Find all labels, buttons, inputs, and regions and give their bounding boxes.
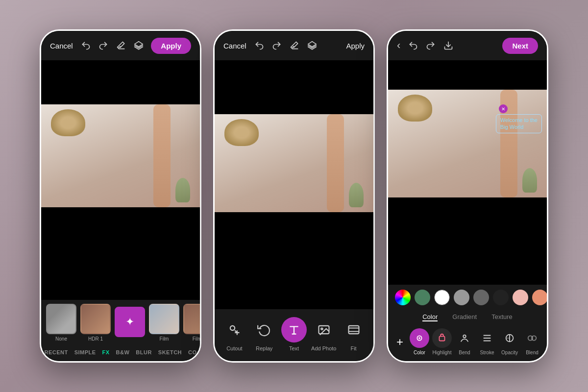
filter-cat-co[interactable]: CO — [185, 348, 200, 356]
add-photo-icon[interactable] — [311, 317, 337, 343]
fx-active-icon: ✦ — [125, 317, 134, 327]
filter-thumb-hdr[interactable]: HDR 1 — [80, 304, 111, 342]
stroke-tool-label: Stroke — [480, 350, 494, 355]
fit-icon[interactable] — [341, 317, 367, 343]
filter-thumb-none-img[interactable] — [46, 304, 76, 334]
phone1-undo-icon[interactable] — [81, 41, 91, 50]
phone1-black-bottom — [41, 207, 200, 300]
color-tool-blend[interactable]: Blend — [522, 328, 542, 355]
photo3-plant — [522, 168, 537, 193]
phone2-redo-icon[interactable] — [272, 41, 282, 50]
phone1-layers-icon[interactable] — [134, 41, 144, 50]
phone2-photo — [215, 114, 373, 212]
opacity-icon[interactable] — [500, 328, 519, 348]
phone2-undo-icon[interactable] — [254, 41, 264, 50]
filter-thumb-hdr-img[interactable] — [80, 304, 111, 334]
swatch-green[interactable] — [415, 290, 430, 305]
phone3-undo-icon[interactable] — [408, 41, 418, 50]
filter-thumb-fx[interactable]: ✦ — [115, 307, 145, 339]
phone3-back-button[interactable]: ‹ — [397, 39, 400, 52]
phone1-cancel-button[interactable]: Cancel — [50, 42, 73, 50]
phone3-next-button[interactable]: Next — [502, 38, 538, 54]
phone1-redo-icon[interactable] — [98, 41, 108, 50]
phone2-cancel-button[interactable]: Cancel — [223, 42, 246, 50]
filter-thumb-film-img[interactable] — [149, 304, 179, 334]
swatch-gray2[interactable] — [473, 290, 489, 305]
phone2-black-bottom — [215, 212, 373, 309]
text-icon[interactable] — [281, 317, 307, 343]
phone1-apply-button[interactable]: Apply — [151, 38, 191, 54]
tab-texture[interactable]: Texture — [491, 313, 513, 321]
swatch-rainbow[interactable] — [395, 290, 411, 305]
highlight-tool-label: Highlight — [433, 350, 452, 355]
tab-gradient[interactable]: Gradient — [452, 313, 477, 321]
phone-1: Cancel Apply None — [40, 29, 201, 363]
phone3-top-left: ‹ — [397, 39, 453, 52]
replay-icon[interactable] — [251, 317, 277, 343]
text-label: Text — [289, 345, 299, 351]
phone3-canvas: ✕ Welcome to the Big World — [388, 60, 547, 285]
filter-cat-bw[interactable]: B&W — [113, 348, 133, 356]
filter-thumb-film2[interactable]: Film2 — [183, 304, 200, 342]
highlight-icon[interactable] — [432, 328, 452, 348]
photo2-basket — [224, 119, 259, 146]
tool-fit[interactable]: Fit — [341, 317, 367, 351]
svg-point-14 — [418, 337, 420, 339]
color-tool-stroke[interactable]: Stroke — [477, 328, 497, 355]
svg-point-2 — [230, 326, 235, 330]
color-tool-bend[interactable]: Bend — [455, 328, 474, 355]
stroke-icon[interactable] — [477, 328, 497, 348]
filter-cat-simple[interactable]: SIMPLE — [72, 348, 99, 356]
phone1-filter-categories: RECENT SIMPLE FX B&W BLUR SKETCH CO — [41, 345, 200, 361]
color-tool-label: Color — [414, 350, 425, 355]
color-tool-opacity[interactable]: Opacity — [500, 328, 519, 355]
swatch-pink[interactable] — [513, 290, 528, 305]
phone2-black-top — [215, 60, 373, 114]
bend-icon[interactable] — [455, 328, 474, 348]
fit-label: Fit — [350, 345, 356, 351]
bend-tool-label: Bend — [459, 350, 470, 355]
tool-replay[interactable]: Replay — [251, 317, 277, 351]
swatch-gray1[interactable] — [454, 290, 469, 305]
color-tools-row: + Color — [388, 324, 547, 361]
sticker-close-button[interactable]: ✕ — [499, 104, 508, 113]
filter-thumb-none[interactable]: None — [46, 304, 76, 342]
tool-cutout[interactable]: Cutout — [221, 317, 247, 351]
phone-2: Cancel Apply — [213, 29, 375, 363]
color-tool-color[interactable]: Color — [410, 328, 429, 355]
blend-icon[interactable] — [522, 328, 542, 348]
svg-rect-8 — [348, 326, 359, 334]
filter-cat-blur[interactable]: BLUR — [133, 348, 155, 356]
phone3-download-icon[interactable] — [443, 41, 453, 50]
tool-text[interactable]: Text — [281, 317, 307, 351]
tab-color[interactable]: Color — [422, 313, 438, 321]
phone2-layers-icon[interactable] — [307, 41, 317, 50]
phone2-erase-icon[interactable] — [290, 41, 299, 50]
phone1-erase-icon[interactable] — [116, 41, 126, 50]
sticker-line1: Welcome to the — [500, 117, 538, 123]
filter-thumb-film2-img[interactable] — [183, 304, 200, 334]
phone1-photo — [41, 104, 200, 207]
add-color-button[interactable]: + — [393, 333, 407, 351]
phone1-bottom-panel: None HDR 1 ✦ Film Film2 RECENT — [41, 300, 200, 361]
phone-3: ‹ Next ✕ Welcome to the Big World — [387, 29, 548, 363]
color-icon[interactable] — [410, 328, 429, 348]
filter-thumb-film[interactable]: Film — [149, 304, 179, 342]
filter-thumb-fx-img[interactable]: ✦ — [115, 307, 145, 337]
filter-cat-fx[interactable]: FX — [99, 348, 113, 356]
filter-cat-recent[interactable]: RECENT — [41, 348, 71, 356]
color-tool-highlight[interactable]: Highlight — [432, 328, 452, 355]
phone2-apply-text[interactable]: Apply — [346, 42, 365, 50]
phone3-photo: ✕ Welcome to the Big World — [388, 90, 547, 197]
swatch-black[interactable] — [493, 290, 509, 305]
phone1-top-bar: Cancel Apply — [41, 31, 200, 60]
swatch-white[interactable] — [434, 290, 450, 305]
filter-cat-sketch[interactable]: SKETCH — [155, 348, 185, 356]
cutout-icon[interactable] — [221, 317, 247, 343]
swatch-salmon[interactable] — [532, 290, 547, 305]
text-sticker[interactable]: Welcome to the Big World — [496, 114, 542, 133]
phone2-top-left: Cancel — [223, 41, 317, 50]
tool-add-photo[interactable]: Add Photo — [311, 317, 337, 351]
phone3-redo-icon[interactable] — [426, 41, 436, 50]
phone2-canvas — [215, 60, 373, 309]
